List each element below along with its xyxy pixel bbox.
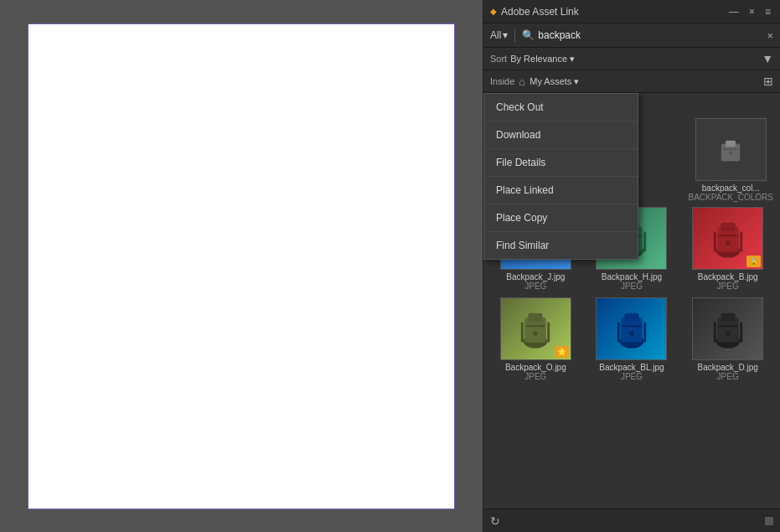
grid-view-icon[interactable]: ⊞ bbox=[763, 75, 773, 88]
refresh-icon[interactable]: ↻ bbox=[490, 514, 500, 528]
asset-thumb-backpack-b: 🔒 bbox=[692, 207, 763, 270]
asset-type-backpack-b: JPEG bbox=[717, 281, 739, 291]
search-category-label: All bbox=[490, 29, 501, 41]
svg-point-43 bbox=[726, 331, 731, 336]
svg-rect-28 bbox=[526, 325, 545, 327]
panel-topbar: ◆ Adobe Asset Link — × ≡ bbox=[483, 0, 780, 23]
asset-type-backpack-olive: JPEG bbox=[524, 372, 546, 381]
asset-type-backpack-h: JPEG bbox=[621, 281, 643, 291]
sort-value-label: By Relevance bbox=[510, 54, 567, 64]
svg-rect-20 bbox=[721, 222, 735, 230]
svg-rect-27 bbox=[529, 312, 543, 321]
panel-close-button[interactable]: × bbox=[746, 4, 757, 19]
scroll-indicator bbox=[765, 517, 773, 525]
svg-rect-42 bbox=[718, 325, 737, 327]
inside-left: Inside ⌂ My Assets ▾ bbox=[490, 75, 579, 88]
sort-label: Sort bbox=[490, 54, 507, 64]
panel-bottom: ↻ bbox=[483, 509, 780, 532]
star-badge-backpack-olive: ⭐ bbox=[555, 346, 569, 358]
context-menu-item-find-similar[interactable]: Find Similar bbox=[484, 232, 638, 259]
adobe-asset-link-panel: ◆ Adobe Asset Link — × ≡ All ▾ 🔍 × Sort … bbox=[483, 0, 780, 532]
sort-bar: Sort By Relevance ▾ ▼ bbox=[483, 48, 780, 70]
svg-rect-34 bbox=[624, 312, 638, 321]
search-category-dropdown[interactable]: All ▾ bbox=[490, 29, 508, 41]
svg-rect-41 bbox=[721, 312, 735, 321]
asset-name-backpack-h: Backpack_H.jpg bbox=[596, 272, 667, 281]
filter-icon[interactable]: ▼ bbox=[762, 52, 773, 65]
asset-name-backpack-blue2: Backpack_BL.jpg bbox=[596, 363, 667, 372]
asset-item-backpack-dark[interactable]: Backpack_D.jpg JPEG bbox=[682, 297, 773, 381]
panel-collapse-button[interactable]: — bbox=[726, 4, 741, 19]
search-input[interactable] bbox=[538, 29, 763, 41]
panel-content: Search results Check Out Download File D… bbox=[483, 93, 780, 509]
asset-type-backpack-blue2: JPEG bbox=[621, 372, 643, 381]
asset-item-backpack-olive[interactable]: ⭐ Backpack_O.jpg JPEG bbox=[490, 297, 581, 381]
context-menu-item-place-linked[interactable]: Place Linked bbox=[484, 177, 638, 204]
context-menu-item-place-copy[interactable]: Place Copy bbox=[484, 204, 638, 232]
svg-point-36 bbox=[629, 331, 634, 336]
asset-item-backpack-colors[interactable]: backpack_col... BACKPACK_COLORS bbox=[688, 118, 773, 202]
svg-rect-1 bbox=[726, 140, 736, 147]
svg-rect-2 bbox=[723, 148, 738, 150]
asset-name-backpack-b: Backpack_B.jpg bbox=[692, 272, 763, 281]
sort-dropdown[interactable]: By Relevance ▾ bbox=[510, 54, 575, 65]
search-category-chevron: ▾ bbox=[503, 29, 508, 41]
my-assets-chevron: ▾ bbox=[574, 76, 579, 87]
svg-rect-21 bbox=[718, 235, 737, 236]
asset-grid-row2: ⭐ Backpack_O.jpg JPEG bbox=[490, 297, 773, 381]
home-icon[interactable]: ⌂ bbox=[519, 75, 525, 88]
context-menu: Check Out Download File Details Place Li… bbox=[483, 93, 638, 260]
asset-name-backpack-j: Backpack_J.jpg bbox=[500, 272, 571, 281]
asset-name-backpack-dark: Backpack_D.jpg bbox=[692, 363, 763, 372]
inside-label: Inside bbox=[490, 76, 514, 86]
lock-badge-backpack-b: 🔒 bbox=[746, 256, 761, 267]
asset-type-backpack-dark: JPEG bbox=[717, 372, 739, 381]
asset-thumb-backpack-colors bbox=[695, 118, 767, 181]
context-menu-item-check-out[interactable]: Check Out bbox=[484, 94, 638, 121]
search-clear-button[interactable]: × bbox=[767, 29, 773, 42]
canvas-document bbox=[28, 23, 455, 509]
asset-name-backpack-colors: backpack_col... bbox=[695, 183, 767, 193]
context-menu-item-download[interactable]: Download bbox=[484, 121, 638, 149]
canvas-area bbox=[0, 0, 483, 532]
svg-rect-35 bbox=[622, 325, 642, 327]
my-assets-dropdown[interactable]: My Assets ▾ bbox=[529, 76, 579, 87]
panel-menu-button[interactable]: ≡ bbox=[762, 4, 773, 19]
search-bar: All ▾ 🔍 × bbox=[483, 23, 780, 48]
asset-type-backpack-colors: BACKPACK_COLORS bbox=[688, 193, 773, 202]
asset-name-backpack-olive: Backpack_O.jpg bbox=[500, 363, 571, 372]
asset-thumb-backpack-dark bbox=[692, 297, 763, 360]
svg-point-22 bbox=[726, 240, 731, 245]
inside-bar: Inside ⌂ My Assets ▾ ⊞ bbox=[483, 70, 780, 93]
context-menu-item-file-details[interactable]: File Details bbox=[484, 149, 638, 177]
sort-chevron-icon: ▾ bbox=[570, 54, 575, 65]
panel-title: Adobe Asset Link bbox=[501, 6, 579, 18]
svg-point-29 bbox=[533, 331, 538, 336]
asset-item-backpack-b[interactable]: 🔒 Backpack_B.jpg JPEG bbox=[682, 207, 773, 291]
search-divider bbox=[514, 28, 515, 42]
asset-item-backpack-blue2[interactable]: Backpack_BL.jpg JPEG bbox=[586, 297, 678, 381]
asset-type-backpack-j: JPEG bbox=[524, 281, 546, 291]
my-assets-label: My Assets bbox=[529, 76, 571, 86]
svg-point-3 bbox=[729, 151, 733, 155]
adobe-diamond-icon: ◆ bbox=[490, 7, 497, 16]
panel-title-area: ◆ Adobe Asset Link bbox=[490, 6, 579, 18]
asset-thumb-backpack-blue2 bbox=[596, 297, 667, 360]
search-icon: 🔍 bbox=[522, 29, 535, 41]
panel-topbar-icons: — × ≡ bbox=[726, 4, 773, 19]
asset-thumb-backpack-olive: ⭐ bbox=[500, 297, 571, 360]
